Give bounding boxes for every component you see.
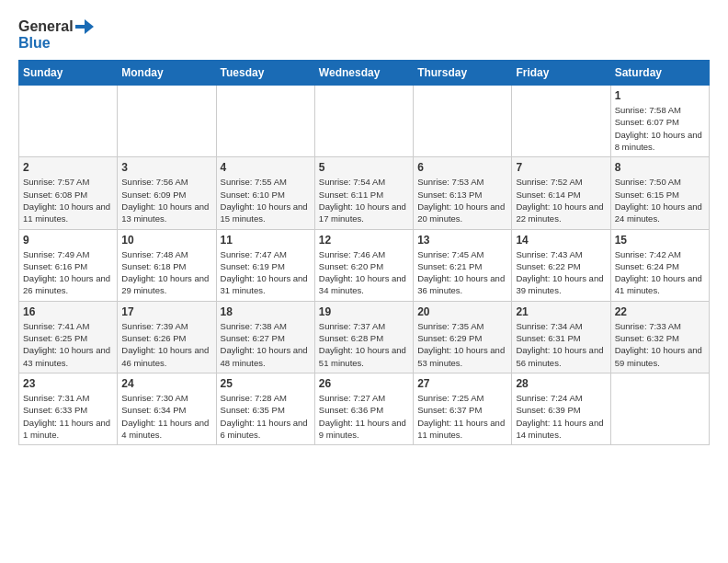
day-number: 8 — [615, 161, 705, 174]
cell-week5-day3: 26Sunrise: 7:27 AMSunset: 6:36 PMDayligh… — [314, 373, 413, 444]
calendar: SundayMondayTuesdayWednesdayThursdayFrid… — [18, 60, 710, 445]
cell-week1-day0 — [19, 86, 118, 157]
day-info: Sunrise: 7:24 AMSunset: 6:39 PMDaylight:… — [516, 392, 606, 441]
day-info: Sunrise: 7:31 AMSunset: 6:33 PMDaylight:… — [23, 392, 113, 441]
logo-blue-text: Blue — [18, 35, 51, 52]
header-thursday: Thursday — [414, 61, 512, 86]
day-info: Sunrise: 7:52 AMSunset: 6:14 PMDaylight:… — [516, 176, 606, 224]
header-wednesday: Wednesday — [314, 61, 413, 86]
cell-week1-day6: 1Sunrise: 7:58 AMSunset: 6:07 PMDaylight… — [610, 86, 709, 157]
cell-week5-day6 — [610, 373, 709, 444]
day-info: Sunrise: 7:28 AMSunset: 6:35 PMDaylight:… — [221, 392, 311, 441]
day-number: 7 — [516, 161, 606, 174]
cell-week5-day2: 25Sunrise: 7:28 AMSunset: 6:35 PMDayligh… — [216, 373, 314, 444]
cell-week2-day2: 4Sunrise: 7:55 AMSunset: 6:10 PMDaylight… — [216, 157, 314, 229]
page-header: General Blue — [18, 18, 710, 51]
day-number: 3 — [121, 161, 211, 174]
day-number: 10 — [121, 234, 211, 247]
day-info: Sunrise: 7:35 AMSunset: 6:29 PMDaylight:… — [417, 320, 507, 369]
day-number: 26 — [319, 377, 409, 390]
week-row-1: 1Sunrise: 7:58 AMSunset: 6:07 PMDaylight… — [19, 86, 710, 157]
day-number: 20 — [417, 305, 507, 318]
day-info: Sunrise: 7:54 AMSunset: 6:11 PMDaylight:… — [319, 176, 409, 224]
cell-week3-day0: 9Sunrise: 7:49 AMSunset: 6:16 PMDaylight… — [19, 229, 118, 301]
day-info: Sunrise: 7:58 AMSunset: 6:07 PMDaylight:… — [615, 104, 705, 153]
logo-arrow-icon — [75, 19, 94, 34]
week-row-5: 23Sunrise: 7:31 AMSunset: 6:33 PMDayligh… — [19, 373, 710, 444]
cell-week3-day6: 15Sunrise: 7:42 AMSunset: 6:24 PMDayligh… — [610, 229, 709, 301]
week-row-3: 9Sunrise: 7:49 AMSunset: 6:16 PMDaylight… — [19, 229, 710, 301]
week-row-2: 2Sunrise: 7:57 AMSunset: 6:08 PMDaylight… — [19, 157, 710, 229]
day-info: Sunrise: 7:33 AMSunset: 6:32 PMDaylight:… — [615, 320, 705, 369]
day-number: 14 — [516, 234, 606, 247]
cell-week2-day0: 2Sunrise: 7:57 AMSunset: 6:08 PMDaylight… — [19, 157, 118, 229]
day-number: 24 — [121, 377, 211, 390]
header-friday: Friday — [512, 61, 610, 86]
cell-week1-day3 — [314, 86, 413, 157]
day-number: 21 — [516, 305, 606, 318]
day-info: Sunrise: 7:38 AMSunset: 6:27 PMDaylight:… — [221, 320, 311, 369]
cell-week2-day4: 6Sunrise: 7:53 AMSunset: 6:13 PMDaylight… — [414, 157, 512, 229]
day-number: 1 — [615, 89, 705, 102]
day-number: 25 — [221, 377, 311, 390]
cell-week4-day5: 21Sunrise: 7:34 AMSunset: 6:31 PMDayligh… — [512, 301, 610, 373]
day-number: 23 — [23, 377, 113, 390]
cell-week3-day3: 12Sunrise: 7:46 AMSunset: 6:20 PMDayligh… — [314, 229, 413, 301]
week-row-4: 16Sunrise: 7:41 AMSunset: 6:25 PMDayligh… — [19, 301, 710, 373]
day-info: Sunrise: 7:50 AMSunset: 6:15 PMDaylight:… — [615, 176, 705, 224]
cell-week2-day5: 7Sunrise: 7:52 AMSunset: 6:14 PMDaylight… — [512, 157, 610, 229]
day-info: Sunrise: 7:47 AMSunset: 6:19 PMDaylight:… — [221, 248, 311, 297]
day-info: Sunrise: 7:42 AMSunset: 6:24 PMDaylight:… — [615, 248, 705, 297]
header-saturday: Saturday — [610, 61, 709, 86]
cell-week3-day4: 13Sunrise: 7:45 AMSunset: 6:21 PMDayligh… — [414, 229, 512, 301]
day-number: 19 — [319, 305, 409, 318]
cell-week4-day6: 22Sunrise: 7:33 AMSunset: 6:32 PMDayligh… — [610, 301, 709, 373]
logo: General Blue — [18, 18, 94, 51]
logo-container: General Blue — [18, 18, 94, 51]
svg-marker-0 — [75, 19, 94, 34]
cell-week4-day1: 17Sunrise: 7:39 AMSunset: 6:26 PMDayligh… — [118, 301, 216, 373]
cell-week5-day0: 23Sunrise: 7:31 AMSunset: 6:33 PMDayligh… — [19, 373, 118, 444]
day-number: 6 — [417, 161, 507, 174]
cell-week1-day5 — [512, 86, 610, 157]
day-number: 27 — [417, 377, 507, 390]
day-info: Sunrise: 7:56 AMSunset: 6:09 PMDaylight:… — [121, 176, 211, 224]
cell-week4-day2: 18Sunrise: 7:38 AMSunset: 6:27 PMDayligh… — [216, 301, 314, 373]
header-tuesday: Tuesday — [216, 61, 314, 86]
day-number: 17 — [121, 305, 211, 318]
cell-week5-day4: 27Sunrise: 7:25 AMSunset: 6:37 PMDayligh… — [414, 373, 512, 444]
cell-week4-day3: 19Sunrise: 7:37 AMSunset: 6:28 PMDayligh… — [314, 301, 413, 373]
day-number: 5 — [319, 161, 409, 174]
cell-week2-day3: 5Sunrise: 7:54 AMSunset: 6:11 PMDaylight… — [314, 157, 413, 229]
day-info: Sunrise: 7:53 AMSunset: 6:13 PMDaylight:… — [417, 176, 507, 224]
calendar-header-row: SundayMondayTuesdayWednesdayThursdayFrid… — [19, 61, 710, 86]
day-info: Sunrise: 7:45 AMSunset: 6:21 PMDaylight:… — [417, 248, 507, 297]
cell-week3-day5: 14Sunrise: 7:43 AMSunset: 6:22 PMDayligh… — [512, 229, 610, 301]
day-info: Sunrise: 7:43 AMSunset: 6:22 PMDaylight:… — [516, 248, 606, 297]
cell-week4-day0: 16Sunrise: 7:41 AMSunset: 6:25 PMDayligh… — [19, 301, 118, 373]
day-info: Sunrise: 7:55 AMSunset: 6:10 PMDaylight:… — [221, 176, 311, 224]
day-number: 9 — [23, 234, 113, 247]
day-info: Sunrise: 7:57 AMSunset: 6:08 PMDaylight:… — [23, 176, 113, 224]
header-sunday: Sunday — [19, 61, 118, 86]
day-info: Sunrise: 7:46 AMSunset: 6:20 PMDaylight:… — [319, 248, 409, 297]
day-number: 15 — [615, 234, 705, 247]
cell-week2-day1: 3Sunrise: 7:56 AMSunset: 6:09 PMDaylight… — [118, 157, 216, 229]
cell-week1-day1 — [118, 86, 216, 157]
day-info: Sunrise: 7:39 AMSunset: 6:26 PMDaylight:… — [121, 320, 211, 369]
day-number: 12 — [319, 234, 409, 247]
day-info: Sunrise: 7:30 AMSunset: 6:34 PMDaylight:… — [121, 392, 211, 441]
day-info: Sunrise: 7:49 AMSunset: 6:16 PMDaylight:… — [23, 248, 113, 297]
day-info: Sunrise: 7:48 AMSunset: 6:18 PMDaylight:… — [121, 248, 211, 297]
day-number: 16 — [23, 305, 113, 318]
day-info: Sunrise: 7:27 AMSunset: 6:36 PMDaylight:… — [319, 392, 409, 441]
day-number: 11 — [221, 234, 311, 247]
cell-week3-day1: 10Sunrise: 7:48 AMSunset: 6:18 PMDayligh… — [118, 229, 216, 301]
header-monday: Monday — [118, 61, 216, 86]
day-info: Sunrise: 7:34 AMSunset: 6:31 PMDaylight:… — [516, 320, 606, 369]
cell-week4-day4: 20Sunrise: 7:35 AMSunset: 6:29 PMDayligh… — [414, 301, 512, 373]
day-number: 28 — [516, 377, 606, 390]
logo-general-text: General — [18, 18, 74, 35]
cell-week3-day2: 11Sunrise: 7:47 AMSunset: 6:19 PMDayligh… — [216, 229, 314, 301]
day-info: Sunrise: 7:37 AMSunset: 6:28 PMDaylight:… — [319, 320, 409, 369]
